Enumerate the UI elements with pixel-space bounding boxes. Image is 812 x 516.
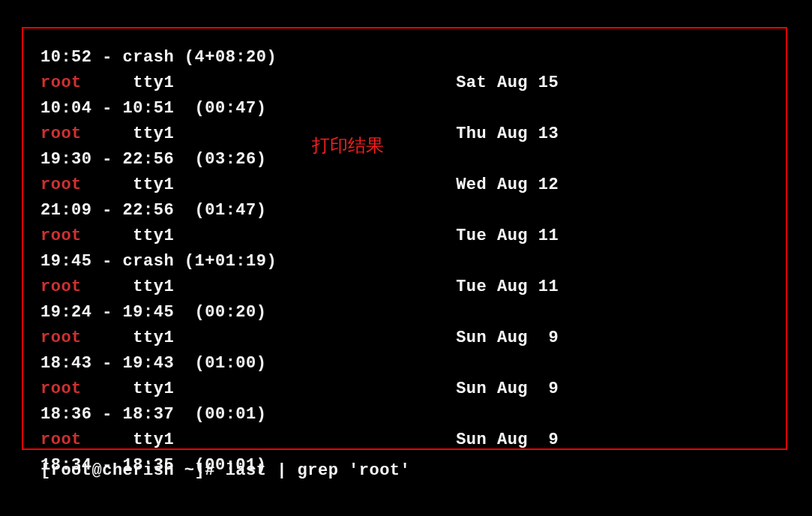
login-line: root tty1Sat Aug 15 [40,70,559,96]
time-line: 18:43 - 19:43 (01:00) [40,351,559,376]
time-range-text: 10:04 - 10:51 (00:47) [40,99,266,118]
tty: tty1 [133,226,174,245]
command-prompt[interactable]: [root@cherish ~]# last | grep 'root' [40,461,410,480]
login-line: root tty1Tue Aug 11 [40,274,559,300]
username: root [40,430,82,449]
tty: tty1 [133,328,174,347]
annotation-label: 打印结果 [312,134,384,158]
time-line: 19:24 - 19:45 (00:20) [40,300,559,326]
terminal-window: 10:52 - crash (4+08:20)root tty1Sat Aug … [0,0,812,516]
time-line: 10:04 - 10:51 (00:47) [40,96,559,122]
tty: tty1 [133,74,174,92]
login-line: root tty1Sun Aug 9 [40,376,559,402]
username: root [40,176,82,194]
time-range-text: 18:36 - 18:37 (00:01) [40,405,266,424]
login-date: Sun Aug 9 [456,430,559,449]
tty: tty1 [133,176,174,194]
login-date: Tue Aug 11 [456,226,559,245]
time-line: 18:36 - 18:37 (00:01) [40,402,559,428]
time-range-text: 21:09 - 22:56 (01:47) [40,201,266,220]
username: root [40,74,82,92]
login-date: Sun Aug 9 [456,380,559,398]
login-line: root tty1Tue Aug 11 [40,224,559,249]
login-date: Thu Aug 13 [456,124,559,143]
time-line: 10:52 - crash (4+08:20) [40,45,559,70]
username: root [40,226,82,245]
terminal-output: 10:52 - crash (4+08:20)root tty1Sat Aug … [40,45,559,478]
login-line: root tty1Thu Aug 13 [40,122,559,147]
time-line: 19:30 - 22:56 (03:26) [40,147,559,172]
login-date: Sat Aug 15 [456,74,559,92]
login-line: root tty1Sun Aug 9 [40,428,559,453]
username: root [40,328,82,347]
username: root [40,124,82,143]
tty: tty1 [133,124,174,143]
time-range-text: 10:52 - crash (4+08:20) [40,48,277,67]
login-date: Sun Aug 9 [456,328,559,347]
login-line: root tty1Sun Aug 9 [40,326,559,351]
time-line: 19:45 - crash (1+01:19) [40,249,559,274]
login-date: Wed Aug 12 [456,176,559,194]
time-line: 21:09 - 22:56 (01:47) [40,198,559,224]
time-range-text: 19:30 - 22:56 (03:26) [40,150,266,169]
tty: tty1 [133,430,174,449]
tty: tty1 [133,380,174,398]
time-range-text: 18:43 - 19:43 (01:00) [40,354,266,373]
tty: tty1 [133,278,174,296]
login-line: root tty1Wed Aug 12 [40,172,559,198]
time-range-text: 19:24 - 19:45 (00:20) [40,303,266,322]
time-range-text: 19:45 - crash (1+01:19) [40,252,277,271]
username: root [40,278,82,296]
username: root [40,380,82,398]
login-date: Tue Aug 11 [456,278,559,296]
